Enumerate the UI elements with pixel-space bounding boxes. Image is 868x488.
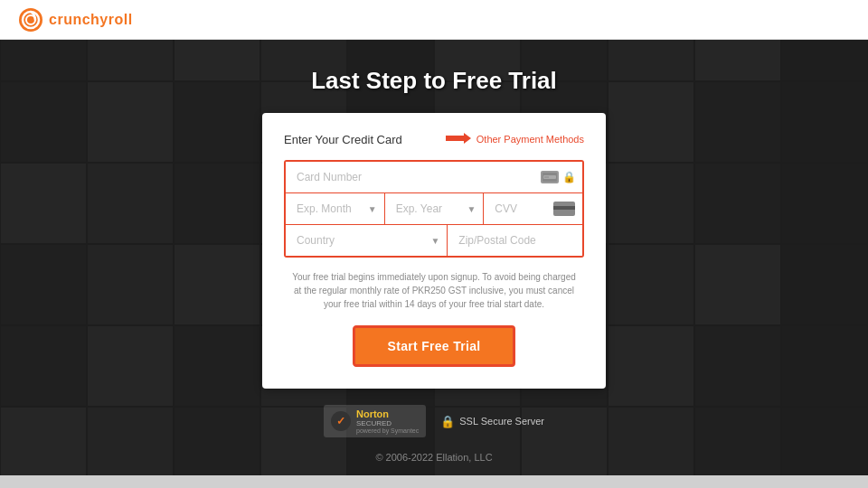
main-content: Last Step to Free Trial Enter Your Credi… — [0, 40, 868, 463]
country-zip-row: Country United States Pakistan United Ki… — [286, 225, 582, 256]
zip-input[interactable] — [448, 225, 582, 256]
arrow-right-icon — [446, 131, 471, 147]
exp-year-select[interactable]: Exp. Year 2022 2023 2024 2025 2026 2027 … — [385, 193, 484, 224]
footer-bar — [0, 475, 868, 488]
start-free-trial-button[interactable]: Start Free Trial — [353, 325, 515, 367]
card-icons: 🔒 — [541, 171, 575, 183]
copyright-text: © 2006-2022 Ellation, LLC — [375, 452, 492, 463]
zip-wrapper — [447, 225, 582, 256]
crunchyroll-logo-icon — [18, 7, 43, 33]
exp-month-select[interactable]: Exp. Month 01 - January 02 - February 03… — [286, 193, 384, 224]
logo-text: crunchyroll — [49, 12, 133, 28]
ssl-lock-icon: 🔒 — [440, 415, 455, 428]
exp-month-wrapper: Exp. Month 01 - January 02 - February 03… — [286, 193, 384, 224]
svg-rect-6 — [544, 176, 549, 178]
logo: crunchyroll — [18, 7, 133, 33]
norton-powered: powered by Symantec — [356, 427, 419, 434]
ssl-badge: 🔒 SSL Secure Server — [440, 415, 544, 428]
enter-credit-card-label: Enter Your Credit Card — [284, 133, 402, 146]
cvv-wrapper — [483, 193, 582, 224]
credit-card-panel: Enter Your Credit Card Other Payment Met… — [262, 113, 606, 389]
exp-year-wrapper: Exp. Year 2022 2023 2024 2025 2026 2027 … — [384, 193, 484, 224]
lock-icon: 🔒 — [562, 171, 575, 183]
norton-badge: ✓ Norton SECURED powered by Symantec — [324, 405, 426, 437]
norton-text: Norton SECURED powered by Symantec — [356, 408, 419, 434]
footer: © 2006-2022 Ellation, LLC — [375, 452, 492, 463]
svg-marker-3 — [446, 133, 471, 144]
norton-sub: SECURED — [356, 419, 419, 427]
disclaimer-text: Your free trial begins immediately upon … — [284, 270, 584, 311]
card-number-input[interactable] — [286, 162, 582, 192]
credit-card-form: 🔒 Exp. Month 01 - January 02 - February … — [284, 160, 584, 258]
cvv-card-icon — [553, 202, 575, 216]
header: crunchyroll — [0, 0, 868, 40]
card-number-wrapper: 🔒 — [286, 162, 582, 192]
card-header: Enter Your Credit Card Other Payment Met… — [284, 131, 584, 147]
expiry-cvv-row: Exp. Month 01 - January 02 - February 03… — [286, 193, 582, 225]
ssl-label: SSL Secure Server — [459, 416, 544, 427]
country-select[interactable]: Country United States Pakistan United Ki… — [286, 225, 447, 256]
credit-card-icon — [541, 171, 559, 183]
norton-checkmark-icon: ✓ — [331, 411, 351, 431]
cvv-icon-area — [553, 202, 575, 216]
country-wrapper: Country United States Pakistan United Ki… — [286, 225, 447, 256]
other-payment-methods-link[interactable]: Other Payment Methods — [446, 131, 584, 147]
other-payment-label: Other Payment Methods — [476, 134, 584, 145]
security-badges: ✓ Norton SECURED powered by Symantec 🔒 S… — [324, 405, 544, 437]
page-title: Last Step to Free Trial — [311, 67, 557, 95]
norton-name: Norton — [356, 408, 419, 419]
card-number-row: 🔒 — [286, 162, 582, 193]
